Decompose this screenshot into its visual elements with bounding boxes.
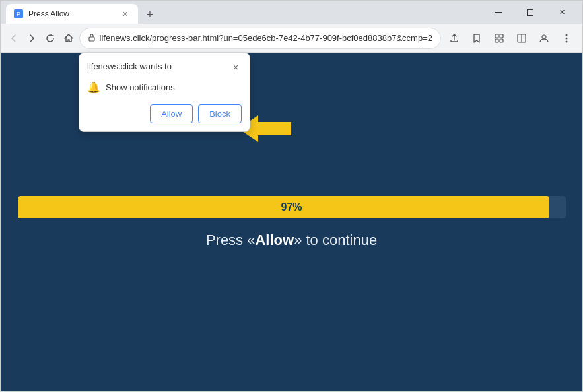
menu-button[interactable] [556, 28, 577, 49]
page-content: lifenews.click wants to × 🔔 Show notific… [1, 53, 582, 391]
bell-icon: 🔔 [87, 81, 100, 94]
allow-button[interactable]: Allow [150, 104, 193, 123]
allow-emphasis: Allow [255, 232, 294, 248]
maximize-button[interactable] [515, 1, 545, 24]
bookmark-button[interactable] [466, 28, 487, 49]
back-button[interactable] [6, 28, 22, 49]
popup-header: lifenews.click wants to × [87, 61, 242, 73]
browser-window: P Press Allow ✕ + ✕ [0, 0, 583, 392]
reload-button[interactable] [42, 28, 58, 49]
forward-button[interactable] [24, 28, 40, 49]
extensions-button[interactable] [489, 28, 510, 49]
svg-point-9 [542, 35, 546, 39]
address-bar[interactable]: lifenews.click/progress-bar.html?un=05ed… [79, 28, 441, 49]
progress-container: 97% [18, 196, 566, 218]
new-tab-button[interactable]: + [141, 5, 159, 24]
svg-rect-4 [500, 34, 503, 38]
tabs-area: P Press Allow ✕ + [6, 1, 481, 24]
svg-point-10 [566, 34, 568, 36]
svg-rect-2 [89, 37, 94, 41]
active-tab[interactable]: P Press Allow ✕ [6, 4, 138, 24]
minimize-button[interactable] [483, 1, 514, 24]
popup-close-button[interactable]: × [230, 61, 242, 73]
notification-popup: lifenews.click wants to × 🔔 Show notific… [79, 53, 250, 132]
home-button[interactable] [61, 28, 77, 49]
popup-title: lifenews.click wants to [87, 61, 172, 71]
tab-close-button[interactable]: ✕ [120, 9, 130, 19]
split-button[interactable] [511, 28, 532, 49]
svg-point-11 [566, 37, 568, 39]
notification-item: 🔔 Show notifications [87, 79, 242, 96]
press-allow-text: Press «Allow» to continue [206, 232, 377, 249]
svg-rect-0 [495, 12, 502, 13]
lock-icon [88, 33, 96, 44]
title-bar: P Press Allow ✕ + ✕ [1, 1, 582, 24]
toolbar: lifenews.click/progress-bar.html?un=05ed… [1, 24, 582, 53]
close-button[interactable]: ✕ [547, 1, 577, 24]
progress-bar-wrapper: 97% [18, 196, 566, 218]
progress-text: 97% [281, 201, 302, 213]
url-text: lifenews.click/progress-bar.html?un=05ed… [100, 33, 432, 43]
tab-favicon: P [14, 9, 23, 18]
svg-rect-5 [495, 39, 498, 42]
share-button[interactable] [444, 28, 465, 49]
notification-label: Show notifications [106, 82, 175, 92]
svg-rect-3 [495, 34, 498, 38]
toolbar-right [444, 28, 577, 49]
svg-point-12 [566, 40, 568, 42]
profile-button[interactable] [533, 28, 555, 49]
svg-rect-1 [528, 9, 533, 15]
window-controls: ✕ [483, 1, 577, 24]
block-button[interactable]: Block [198, 104, 242, 123]
svg-rect-6 [500, 39, 503, 42]
popup-actions: Allow Block [87, 104, 242, 123]
tab-title: Press Allow [28, 9, 114, 18]
